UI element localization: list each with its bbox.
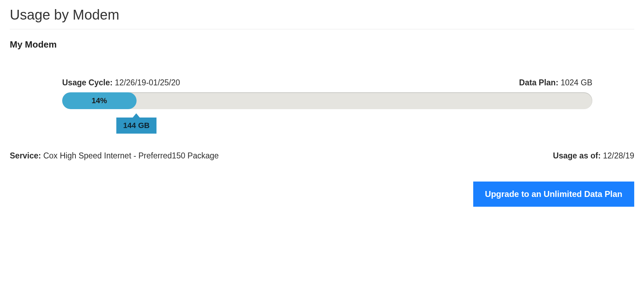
data-plan-value-text: 1024 GB bbox=[561, 78, 592, 87]
usage-tooltip: 144 GB bbox=[116, 113, 157, 134]
progress-fill: 14% bbox=[62, 92, 137, 109]
usage-block: Usage Cycle: 12/26/19-01/25/20 Data Plan… bbox=[62, 78, 592, 109]
usage-cycle: Usage Cycle: 12/26/19-01/25/20 bbox=[62, 78, 180, 87]
service-info: Service: Cox High Speed Internet - Prefe… bbox=[10, 151, 219, 161]
asof-value-text: 12/28/19 bbox=[603, 151, 634, 160]
usage-cycle-label: Usage Cycle: bbox=[62, 78, 112, 87]
divider bbox=[10, 29, 634, 29]
data-plan-label: Data Plan: bbox=[519, 78, 558, 87]
usage-amount-label: 144 GB bbox=[116, 118, 157, 134]
progress-percent-label: 14% bbox=[92, 96, 107, 105]
actions-row: Upgrade to an Unlimited Data Plan bbox=[10, 182, 634, 207]
usage-asof: Usage as of: 12/28/19 bbox=[553, 151, 634, 161]
tooltip-arrow-icon bbox=[133, 113, 140, 118]
info-row: Service: Cox High Speed Internet - Prefe… bbox=[10, 151, 634, 161]
modem-name: My Modem bbox=[10, 39, 634, 50]
page-title: Usage by Modem bbox=[10, 7, 634, 23]
upgrade-button[interactable]: Upgrade to an Unlimited Data Plan bbox=[473, 182, 634, 207]
usage-cycle-value-text: 12/26/19-01/25/20 bbox=[115, 78, 180, 87]
progress-track: 14% bbox=[62, 92, 592, 109]
usage-bar-labels: Usage Cycle: 12/26/19-01/25/20 Data Plan… bbox=[62, 78, 592, 87]
asof-label: Usage as of: bbox=[553, 151, 601, 160]
service-label: Service: bbox=[10, 151, 41, 160]
service-value-text: Cox High Speed Internet - Preferred150 P… bbox=[43, 151, 219, 160]
usage-progress: 14% 144 GB bbox=[62, 92, 592, 109]
data-plan: Data Plan: 1024 GB bbox=[519, 78, 592, 87]
